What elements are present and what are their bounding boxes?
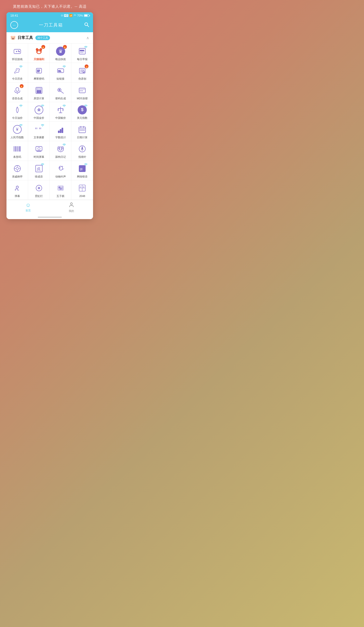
tool-pseudo-original[interactable]: 🔥 ✓ 伪原创	[71, 63, 93, 83]
svg-rect-39	[40, 90, 41, 91]
nav-mine-label: 我的	[69, 209, 74, 213]
tool-guess-idiom[interactable]: 戍 猜成语	[28, 161, 50, 180]
svg-point-57	[42, 126, 43, 126]
tool-2048[interactable]: 20 48 2048	[71, 180, 93, 200]
svg-line-44	[61, 91, 63, 93]
tool-article-summary[interactable]: " " 文章摘要	[28, 122, 50, 141]
svg-point-55	[86, 106, 86, 107]
section-badge: 36个工具	[35, 36, 50, 40]
tool-animal-sound[interactable]: 动物叫声	[50, 161, 71, 180]
menu-button[interactable]: ···	[10, 21, 18, 29]
tool-md5[interactable]: ··· MD5加密	[71, 83, 93, 102]
tool-daily-news[interactable]: NEWS 每日早报	[71, 44, 93, 63]
svg-point-8	[36, 48, 38, 51]
svg-rect-67	[80, 130, 81, 131]
wifi-badge	[62, 65, 66, 68]
tool-neon-light[interactable]: 霓虹灯	[28, 180, 50, 200]
svg-text:✓: ✓	[83, 71, 84, 73]
tool-label: 今日历史	[12, 77, 23, 80]
signal-icon: 📶	[69, 14, 73, 17]
person-icon	[69, 202, 74, 209]
svg-rect-60	[58, 131, 59, 133]
svg-rect-77	[20, 146, 21, 152]
svg-point-116	[59, 187, 60, 188]
tool-oil-price[interactable]: 今日油价	[6, 102, 28, 122]
svg-rect-70	[14, 146, 14, 152]
tool-label: 短链接	[56, 77, 64, 80]
tool-label: 2048	[79, 194, 85, 198]
tool-word-count[interactable]: 字数统计	[50, 122, 71, 141]
tool-gomoku[interactable]: 五子棋	[50, 180, 71, 200]
nav-home[interactable]: ☺ 首页	[6, 202, 50, 213]
svg-text:": "	[39, 126, 41, 133]
tool-barcode[interactable]: 条形码	[6, 141, 28, 161]
svg-rect-71	[15, 146, 15, 152]
tool-tmall[interactable]: 🔥 天猫福利	[28, 44, 50, 63]
tool-label: 伪原创	[78, 77, 86, 80]
tool-pet-diary[interactable]: 舔狗日记	[50, 141, 71, 161]
tool-rmb-index[interactable]: ¥ 人民币指数	[6, 122, 28, 141]
tool-net-slang[interactable]: 拼 网络暗语	[71, 161, 93, 180]
tool-mortgage-calc[interactable]: 房贷计算	[28, 83, 50, 102]
tool-retro-game[interactable]: 怀旧游戏	[6, 44, 28, 63]
bottom-nav: ☺ 首页 我的	[6, 200, 93, 216]
tool-label: 网络暗语	[77, 175, 88, 178]
collapse-button[interactable]: ∧	[86, 36, 89, 40]
svg-rect-42	[40, 92, 41, 93]
nav-mine[interactable]: 我的	[50, 202, 93, 213]
tool-short-link[interactable]: URL 短链接	[50, 63, 71, 83]
tool-gold-price[interactable]: 金 中国金价	[28, 102, 50, 122]
tool-bullet-screen[interactable]: 弹幕	[6, 180, 28, 200]
status-bar: 18:41 ⊙ HD 📶 4G 70%	[6, 12, 93, 19]
tool-label: 字数统计	[55, 136, 66, 139]
svg-rect-76	[19, 146, 20, 152]
tool-label: 霓虹灯	[35, 194, 43, 198]
tool-kinship[interactable]: 亲戚称呼	[6, 161, 28, 180]
svg-text:···: ···	[80, 90, 83, 92]
tool-label: 房贷计算	[34, 97, 44, 100]
tool-voice-synth[interactable]: 🔥 语音合成	[6, 83, 28, 102]
svg-rect-69	[83, 130, 85, 131]
tool-today-history[interactable]: 今日历史	[6, 63, 28, 83]
svg-point-56	[20, 126, 21, 126]
svg-point-49	[20, 106, 21, 107]
tool-label: 人民币指数	[11, 136, 24, 139]
svg-text:NEWS: NEWS	[80, 50, 84, 51]
home-bar	[6, 216, 93, 219]
svg-point-85	[59, 149, 60, 150]
svg-rect-37	[37, 90, 38, 91]
tool-compass[interactable]: 指南针	[71, 141, 93, 161]
quote-text: 莫愁前路无知已，天下谁人不识君。-- 高适	[13, 4, 86, 8]
svg-point-101	[86, 165, 86, 165]
tool-label: 日期计算	[77, 136, 88, 139]
wifi-badge	[19, 104, 23, 107]
tool-label: MD5加密	[77, 97, 88, 100]
svg-point-81	[64, 146, 64, 146]
status-time: 18:41	[10, 14, 18, 17]
tool-password-gen[interactable]: 密码生成	[50, 83, 71, 102]
phone-frame: 18:41 ⊙ HD 📶 4G 70% ··· 一刀工具箱	[6, 12, 93, 219]
svg-line-1	[87, 25, 89, 27]
svg-rect-38	[38, 90, 39, 91]
svg-point-5	[18, 51, 19, 52]
wifi-badge	[19, 65, 23, 68]
svg-text:20: 20	[80, 186, 82, 188]
tool-usd-index[interactable]: $ 美元指数	[71, 102, 93, 122]
svg-rect-62	[62, 128, 63, 133]
tool-vip-flash[interactable]: 🔥 ♛ 唯品快抢	[50, 44, 71, 63]
section-header: 🐷 日常工具 36个工具 ∧	[6, 32, 93, 44]
battery-icon	[84, 14, 89, 17]
tool-time-screen[interactable]: 时间屏幕	[28, 141, 50, 161]
section-title: 日常工具	[18, 35, 33, 40]
tool-label: 怀旧游戏	[12, 57, 23, 61]
wifi-badge	[84, 163, 88, 166]
app-title: 一刀工具箱	[39, 22, 63, 28]
svg-text:URL: URL	[58, 70, 61, 72]
tool-morse[interactable]: 摩斯密码	[28, 63, 50, 83]
tool-date-calc[interactable]: 日期计算	[71, 122, 93, 141]
search-button[interactable]	[84, 22, 89, 28]
svg-rect-78	[36, 147, 42, 151]
tool-silver-price[interactable]: 中国银价	[50, 102, 71, 122]
svg-rect-21	[39, 70, 40, 71]
tool-label: 语音合成	[12, 97, 23, 100]
